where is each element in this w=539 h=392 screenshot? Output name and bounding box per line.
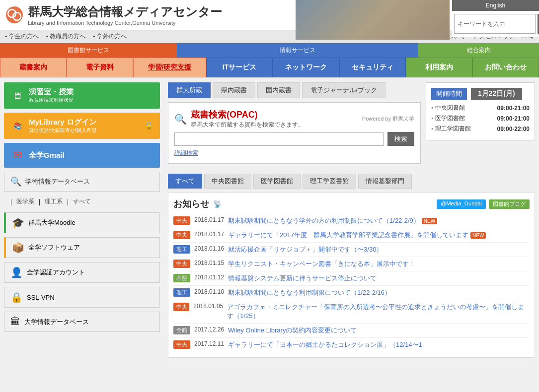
nav-external[interactable]: 学外の方へ [93, 32, 127, 41]
news-badge: 基盤 [173, 274, 190, 282]
nav-student[interactable]: 学生の方へ [5, 32, 39, 41]
header: G 群馬大学総合情報メディアセンター Library and Informati… [0, 0, 539, 30]
sidebar-ssl[interactable]: 🔒 SSL-VPN [4, 287, 160, 308]
content-left: 群大所蔵 県内蔵書 国内蔵書 電子ジャーナル/ブック 🔍 蔵書検索(OPAC) … [168, 82, 421, 169]
news-item: 中央2017.12.11ギャラリーにて「日本一の郷土かるたコレクション展」（12… [173, 338, 530, 352]
opac-tab-ejournal[interactable]: 電子ジャーナル/ブック [302, 82, 385, 98]
sidebar-db-medical[interactable]: 医学系 [16, 197, 34, 206]
news-date: 2017.12.11 [194, 340, 224, 347]
news-link[interactable]: 期末試験期間にともなう利用制限について（1/22-2/16） [228, 288, 391, 297]
news-tab-kiban[interactable]: 情報基盤部門 [358, 174, 412, 189]
tab-info-services[interactable]: 情報サービス [177, 43, 418, 58]
blog-button[interactable]: 図書館ブログ [489, 199, 530, 209]
news-tab-rike[interactable]: 理工学図書館 [303, 174, 356, 189]
nav-left: 学生の方へ 教職員の方へ 学外の方へ [5, 32, 127, 41]
hours-label: 開館時間 [431, 88, 467, 100]
opac-detail-search-link[interactable]: 詳細検索 [174, 149, 414, 157]
subtab-usage[interactable]: 利用案内 [406, 58, 472, 77]
sidebar-account[interactable]: 👤 全学認証アカウント [4, 262, 160, 283]
opac-title-block: 蔵書検索(OPAC) 群馬大学で所蔵する資料を検索できます。 [191, 109, 304, 129]
news-link[interactable]: 学生リクエスト・キャンペーン図書「きになる本」展示中です！ [228, 260, 415, 268]
opac-search-input[interactable] [174, 132, 384, 146]
search-input[interactable] [454, 14, 536, 34]
ssl-icon: 🔒 [10, 291, 23, 303]
subtab-it[interactable]: ITサービス [206, 58, 273, 77]
hours-date: 1月22日(月) [471, 88, 522, 100]
sidebar-mylibrary[interactable]: 📚 MyLibrary ログイン 貸出状況/文献取寄せ/購入希望 🔒 [4, 113, 160, 139]
news-link[interactable]: ギャラリーにて「日本一の郷土かるたコレクション展」（12/14〜1 [228, 340, 422, 349]
sidebar-account-label: 全学認証アカウント [27, 268, 85, 277]
subtab-ebooks[interactable]: 電子資料 [67, 58, 133, 77]
news-new-badge: NEW [470, 232, 486, 239]
sidebar-university-db[interactable]: 🏛 大学情報データベース [4, 312, 160, 332]
rss-icon: 📡 [213, 200, 222, 208]
sidebar-database[interactable]: 🔍 学術情報データベース [4, 172, 160, 192]
nav-faculty[interactable]: 教職員の方へ [46, 32, 86, 41]
twitter-button[interactable]: @Media_Gundai [437, 199, 486, 209]
opac-search-box: 🔍 蔵書検索(OPAC) 群馬大学で所蔵する資料を検索できます。 Powered… [168, 102, 421, 164]
sidebar-classroom-text: 演習室・授業 教育用端末利用状況 [29, 87, 74, 104]
header-image-decoration [296, 0, 450, 40]
db-sub-separator: ｜ [8, 197, 14, 206]
english-button[interactable]: English [452, 0, 539, 11]
news-date: 2018.01.17 [194, 231, 224, 238]
hours-box: 開館時間 1月22日(月) 中央図書館 09:00-21:00 医学図書館 09… [426, 82, 535, 140]
sidebar-db-all[interactable]: すべて [73, 197, 91, 206]
tab-library-services[interactable]: 図書館サービス [0, 43, 177, 58]
subtab-collection[interactable]: 蔵書案内 [0, 58, 67, 77]
search-area: 検索 [452, 11, 539, 37]
content-upper: 群大所蔵 県内蔵書 国内蔵書 電子ジャーナル/ブック 🔍 蔵書検索(OPAC) … [168, 82, 535, 169]
tab-general-services[interactable]: 総合案内 [418, 43, 539, 58]
news-link[interactable]: ギャラリーにて「2017年度 群馬大学教育学部卒業記念書作展」を開催していますN… [228, 231, 486, 240]
subtab-contact[interactable]: お問い合わせ [472, 58, 539, 77]
opac-search-button[interactable]: 検索 [387, 132, 414, 146]
sidebar-classroom-sub: 教育用端末利用状況 [29, 97, 74, 104]
news-link[interactable]: 就活応援企画「リケジョブ＋」開催中です（〜3/30） [228, 245, 383, 254]
lock-icon: 🔒 [144, 121, 154, 131]
hours-chuo-time: 09:00-21:00 [497, 105, 530, 112]
news-item: 全館2017.12.26Wiley Online Libraryの契約内容変更に… [173, 324, 530, 338]
opac-description: 群馬大学で所蔵する資料を検索できます。 [191, 121, 304, 129]
svg-text:G: G [12, 13, 16, 18]
university-logo-icon: G [5, 5, 24, 24]
sidebar-moodle-label: 群馬大学Moodle [28, 218, 76, 227]
db-sub-separator2: ｜ [36, 197, 43, 206]
news-item: 基盤2018.01.12情報基盤システム更新に伴うサービス停止について [173, 271, 530, 286]
opac-header: 🔍 蔵書検索(OPAC) 群馬大学で所蔵する資料を検索できます。 Powered… [174, 109, 414, 129]
news-badge: 中央 [173, 260, 190, 268]
sidebar-ssl-label: SSL-VPN [27, 294, 55, 301]
sidebar-software[interactable]: 📦 全学ソフトウェア [4, 237, 160, 258]
sidebar-mylibrary-sub: 貸出状況/文献取寄せ/購入希望 [29, 127, 96, 134]
news-tab-chuo[interactable]: 中央図書館 [204, 174, 251, 189]
sidebar-moodle[interactable]: 🎓 群馬大学Moodle [4, 212, 160, 233]
news-tab-all[interactable]: すべて [168, 174, 202, 189]
software-icon: 📦 [12, 242, 24, 254]
subtab-learning[interactable]: 学習/研究支援 [133, 58, 206, 77]
db-sub-separator3: ｜ [65, 197, 71, 206]
opac-tab-prefecture[interactable]: 県内蔵書 [213, 82, 255, 98]
news-item: 中央2018.01.17期末試験期間にともなう学外の方の利用制限について（1/2… [173, 214, 530, 228]
news-badge: 理工 [173, 245, 190, 254]
sidebar-db-science[interactable]: 理工系 [45, 197, 63, 206]
sidebar-db-sub-links: ｜ 医学系 ｜ 理工系 ｜ すべて [4, 196, 160, 208]
news-item: 中央2018.01.17ギャラリーにて「2017年度 群馬大学教育学部卒業記念書… [173, 228, 530, 243]
opac-tab-national[interactable]: 国内蔵書 [257, 82, 300, 98]
sidebar-classroom[interactable]: 🖥 演習室・授業 教育用端末利用状況 [4, 82, 160, 109]
news-link[interactable]: 期末試験期間にともなう学外の方の利用制限について（1/22-2/9）NEW [228, 216, 437, 225]
sidebar: 🖥 演習室・授業 教育用端末利用状況 📚 MyLibrary ログイン 貸出状況… [0, 77, 164, 363]
news-link[interactable]: アゴラカフェ・ミニレクチャー「保育所の入所選考〜公平性の追求ときょうだいの考慮〜… [227, 303, 530, 321]
subtab-security[interactable]: セキュリティ [339, 58, 406, 77]
news-link[interactable]: Wiley Online Libraryの契約内容変更について [228, 326, 357, 335]
opac-tab-gunma[interactable]: 群大所蔵 [168, 82, 211, 98]
news-badge: 理工 [173, 288, 190, 297]
news-link[interactable]: 情報基盤システム更新に伴うサービス停止について [228, 274, 377, 283]
university-db-icon: 🏛 [10, 316, 20, 327]
sidebar-gmail[interactable]: ✉ 全学Gmail [4, 143, 160, 168]
hours-header: 開館時間 1月22日(月) [431, 88, 530, 100]
hours-rike-time: 09:00-22:00 [497, 126, 530, 132]
news-header: お知らせ 📡 @Media_Gundai 図書館ブログ [173, 198, 530, 210]
news-tab-igaku[interactable]: 医学図書館 [253, 174, 301, 189]
subtab-network[interactable]: ネットワーク [273, 58, 339, 77]
news-item: 中央2018.01.15学生リクエスト・キャンペーン図書「きになる本」展示中です… [173, 257, 530, 271]
news-date: 2017.12.26 [194, 326, 224, 333]
